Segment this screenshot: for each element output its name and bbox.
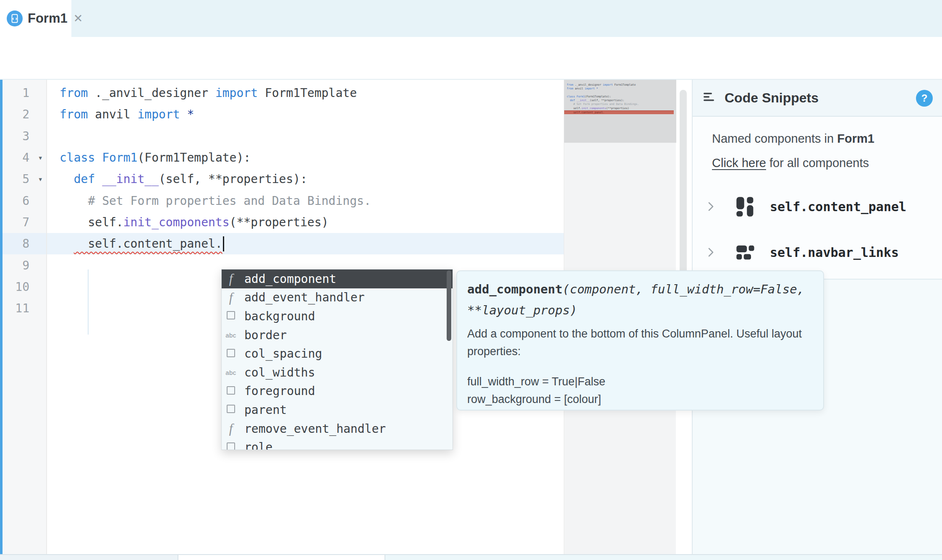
- chevron-right-icon[interactable]: [704, 199, 718, 214]
- minimap-line-7: self.init_components(**properties): [567, 107, 674, 110]
- indent-guide: [88, 270, 89, 335]
- autocomplete-item-add_component[interactable]: fadd_component: [222, 270, 453, 288]
- code-line-1[interactable]: from ._anvil_designer import Form1Templa…: [47, 82, 564, 104]
- snippets-lines-icon: [703, 91, 716, 105]
- method-signature: add_component(component, full_width_row=…: [467, 279, 813, 321]
- code-line-5[interactable]: def __init__(self, **properties):: [47, 168, 564, 190]
- tab-bar: Form1 ✕: [0, 0, 942, 37]
- tab-label: Form1: [28, 11, 68, 26]
- gutter-line-9: 9: [3, 254, 46, 276]
- bottom-segment: [385, 555, 942, 560]
- autocomplete-item-parent[interactable]: parent: [222, 400, 453, 419]
- autocomplete-label: add_event_handler: [244, 290, 365, 304]
- autocomplete-item-remove_event_handler[interactable]: fremove_event_handler: [222, 419, 453, 438]
- autocomplete-label: col_spacing: [244, 347, 322, 361]
- method-description: Add a component to the bottom of this Co…: [467, 325, 815, 360]
- code-snippets-header: Code Snippets ?: [693, 80, 942, 117]
- snippet-item-navbar-links[interactable]: self.navbar_links: [693, 239, 942, 266]
- gutter-line-8: 8: [3, 233, 46, 254]
- string-property-icon: abc: [222, 332, 240, 339]
- toolbar: Design Code Split: [0, 37, 942, 80]
- string-property-icon: abc: [222, 369, 240, 376]
- snippet-item-content-panel[interactable]: self.content_panel: [693, 193, 942, 220]
- named-components-section: Named components in Form1 Click here for…: [693, 117, 942, 280]
- minimap-line-2: from anvil import *: [567, 87, 674, 91]
- snippet-label: self.navbar_links: [770, 245, 899, 260]
- gutter-line-4[interactable]: 4▾: [3, 147, 46, 168]
- minimap-line-1: from ._anvil_designer import Form1Templa…: [567, 83, 674, 87]
- autocomplete-scrollbar[interactable]: [447, 270, 451, 449]
- property-icon: [222, 405, 240, 415]
- autocomplete-item-col_spacing[interactable]: col_spacing: [222, 344, 453, 363]
- autocomplete-dropdown[interactable]: fadd_componentfadd_event_handlerbackgrou…: [221, 269, 453, 450]
- property-icon: [222, 349, 240, 359]
- code-line-2[interactable]: from anvil import *: [47, 104, 564, 125]
- minimap-line-5: def __init__(self, **properties):: [567, 99, 674, 102]
- minimap-line-8: self.content_panel.: [564, 110, 674, 114]
- gutter-line-11: 11: [3, 298, 46, 319]
- tab-form1[interactable]: Form1 ✕: [0, 0, 71, 37]
- autocomplete-item-role[interactable]: role: [222, 438, 453, 450]
- named-components-text: Named components in Form1: [712, 132, 874, 146]
- autocomplete-item-foreground[interactable]: foreground: [222, 382, 453, 401]
- function-icon: f: [222, 271, 240, 286]
- gutter-line-5[interactable]: 5▾: [3, 168, 46, 190]
- code-line-8[interactable]: self.content_panel.: [47, 233, 564, 254]
- property-icon: [222, 386, 240, 396]
- fold-arrow-icon[interactable]: ▾: [38, 174, 43, 183]
- property-icon: [222, 311, 240, 321]
- gutter-line-3: 3: [3, 126, 46, 147]
- gutter-line-6: 6: [3, 190, 46, 211]
- minimap-line-6: # Set Form properties and Data Bindings.: [567, 102, 674, 106]
- minimap-line-11: [567, 122, 674, 126]
- autocomplete-label: role: [244, 440, 272, 450]
- snippet-label: self.content_panel: [770, 199, 906, 214]
- gutter-line-7: 7: [3, 212, 46, 233]
- autocomplete-scrollbar-thumb[interactable]: [447, 270, 451, 341]
- code-line-4[interactable]: class Form1(Form1Template):: [47, 147, 564, 168]
- all-components-link[interactable]: Click here: [712, 156, 766, 170]
- autocomplete-doc-tooltip: add_component(component, full_width_row=…: [456, 270, 824, 411]
- code-line-3[interactable]: [47, 126, 564, 147]
- autocomplete-label: parent: [244, 403, 287, 417]
- close-tab-icon[interactable]: ✕: [73, 12, 83, 25]
- bottom-panel-edge: [0, 554, 942, 560]
- fold-arrow-icon[interactable]: ▾: [38, 153, 43, 162]
- text-cursor: [223, 236, 224, 251]
- layout-property: row_background = [colour]: [467, 390, 813, 408]
- gutter-line-2: 2: [3, 104, 46, 125]
- autocomplete-label: foreground: [244, 384, 315, 398]
- flow-panel-icon: [735, 241, 756, 263]
- line-number-gutter: 1234▾5▾67891011: [3, 80, 47, 554]
- panel-title: Code Snippets: [725, 90, 819, 106]
- code-line-6[interactable]: # Set Form properties and Data Bindings.: [47, 190, 564, 211]
- bottom-segment: [178, 555, 385, 560]
- autocomplete-label: add_component: [244, 272, 336, 286]
- autocomplete-label: col_widths: [244, 366, 315, 379]
- all-components-text: Click here for all components: [712, 156, 869, 170]
- minimap-line-9: [567, 114, 674, 118]
- form-file-icon: [7, 10, 23, 26]
- autocomplete-item-add_event_handler[interactable]: fadd_event_handler: [222, 288, 453, 307]
- autocomplete-item-col_widths[interactable]: abccol_widths: [222, 363, 453, 382]
- code-line-7[interactable]: self.init_components(**properties): [47, 212, 564, 233]
- property-icon: [222, 442, 240, 450]
- anvil-editor-window: Form1 ✕ Design Code: [0, 0, 942, 560]
- bottom-segment: [0, 555, 178, 560]
- help-icon[interactable]: ?: [916, 90, 933, 107]
- layout-property: full_width_row = True|False: [467, 373, 813, 390]
- function-icon: f: [222, 290, 240, 305]
- function-icon: f: [222, 421, 240, 436]
- autocomplete-label: background: [244, 309, 315, 323]
- autocomplete-item-border[interactable]: abcborder: [222, 326, 453, 345]
- autocomplete-item-background[interactable]: background: [222, 307, 453, 326]
- gutter-line-1: 1: [3, 82, 46, 104]
- minimap-line-3: [567, 91, 674, 95]
- layout-properties: full_width_row = True|False row_backgrou…: [467, 373, 813, 408]
- minimap-line-4: class Form1(Form1Template):: [567, 95, 674, 99]
- chevron-right-icon[interactable]: [704, 245, 718, 259]
- gutter-line-10: 10: [3, 276, 46, 298]
- minimap-line-10: [567, 118, 674, 122]
- autocomplete-label: remove_event_handler: [244, 422, 386, 436]
- autocomplete-label: border: [244, 328, 287, 342]
